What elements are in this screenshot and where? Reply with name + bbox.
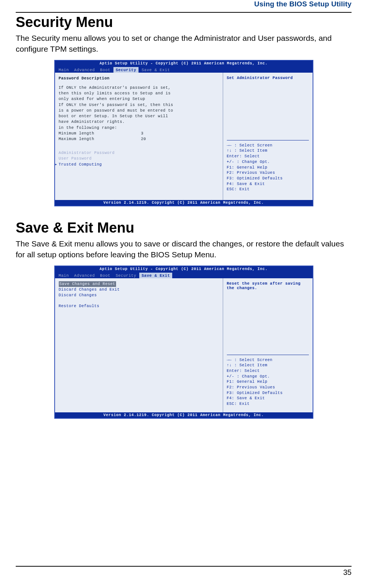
password-description-heading: Password Description [59, 76, 219, 81]
bios-left-pane: Password Description If ONLY the Adminis… [55, 73, 223, 200]
bios-tab-bar: Main Advanced Boot Security Save & Exit [55, 66, 313, 73]
tab-security[interactable]: Security [113, 273, 139, 278]
desc-line: If ONLY the Administrator's password is … [59, 85, 219, 91]
help-change: +/- : Change Opt. [227, 374, 309, 379]
tab-saveexit[interactable]: Save & Exit [139, 67, 172, 73]
user-password-item[interactable]: User Password [59, 156, 219, 161]
discard-changes-item[interactable]: Discard Changes [59, 293, 219, 298]
bios-titlebar: Aptio Setup Utility - Copyright (C) 2011… [55, 61, 313, 66]
help-f1: F1: General Help [227, 379, 309, 385]
help-key-list: →← : Select Screen ↑↓ : Select Item Ente… [227, 143, 309, 192]
help-select-item: ↑↓ : Select Item [227, 148, 309, 154]
help-enter: Enter: Select [227, 368, 309, 374]
save-changes-reset-item[interactable]: Save Changes and Reset [59, 281, 116, 287]
tab-main[interactable]: Main [57, 273, 72, 278]
help-select-screen: →← : Select Screen [227, 143, 309, 148]
tab-boot[interactable]: Boot [98, 67, 113, 73]
footer-rule [16, 566, 352, 567]
desc-line: have Administrator rights. [59, 119, 219, 125]
security-heading: Security Menu [16, 14, 352, 30]
desc-line: only asked for when entering Setup [59, 96, 219, 102]
desc-line: is a power on password and must be enter… [59, 108, 219, 113]
page-header-section: Using the BIOS Setup Utility [16, 0, 352, 8]
help-esc: ESC: Exit [227, 187, 309, 192]
help-f2: F2: Previous Values [227, 170, 309, 176]
help-select-screen: →← : Select Screen [227, 357, 309, 363]
help-f3: F3: Optimized Defaults [227, 176, 309, 181]
desc-line: in the following range: [59, 125, 219, 131]
bios-footer: Version 2.14.1219. Copyright (C) 2011 Am… [55, 412, 313, 418]
help-f2: F2: Previous Values [227, 385, 309, 390]
bios-screenshot-security: Aptio Setup Utility - Copyright (C) 2011… [54, 60, 313, 206]
restore-defaults-item[interactable]: Restore Defaults [59, 303, 219, 309]
help-f1: F1: General Help [227, 165, 309, 170]
help-select-item: ↑↓ : Select Item [227, 363, 309, 368]
security-description: The Security menu allows you to set or c… [16, 33, 352, 55]
help-enter: Enter: Select [227, 154, 309, 159]
tab-main[interactable]: Main [57, 67, 72, 73]
tab-saveexit[interactable]: Save & Exit [139, 273, 172, 278]
bios-tab-bar: Main Advanced Boot Security Save & Exit [55, 272, 313, 278]
help-f3: F3: Optimized Defaults [227, 390, 309, 396]
help-change: +/- : Change Opt. [227, 159, 309, 165]
desc-line: If ONLY the User's password is set, then… [59, 102, 219, 108]
header-rule [16, 12, 352, 13]
max-length-label: Maximum length [59, 136, 141, 142]
help-title: Set Administrator Password [227, 76, 309, 80]
help-esc: ESC: Exit [227, 401, 309, 407]
help-key-list: →← : Select Screen ↑↓ : Select Item Ente… [227, 357, 309, 407]
bios-right-pane: Set Administrator Password →← : Select S… [223, 73, 313, 200]
min-length-label: Minimum length [59, 131, 141, 136]
bios-right-pane: Reset the system after saving the change… [223, 278, 313, 412]
bios-screenshot-saveexit: Aptio Setup Utility - Copyright (C) 2011… [54, 266, 313, 419]
trusted-computing-item[interactable]: Trusted Computing [59, 162, 219, 167]
discard-changes-exit-item[interactable]: Discard Changes and Exit [59, 287, 219, 293]
help-f4: F4: Save & Exit [227, 395, 309, 401]
saveexit-description: The Save & Exit menu allows you to save … [16, 238, 352, 260]
page-number: 35 [16, 568, 352, 577]
help-f4: F4: Save & Exit [227, 181, 309, 187]
admin-password-item[interactable]: Administrator Password [59, 150, 219, 156]
tab-advanced[interactable]: Advanced [72, 67, 97, 73]
bios-titlebar: Aptio Setup Utility - Copyright (C) 2011… [55, 266, 313, 272]
desc-line: boot or enter Setup. In Setup the User w… [59, 113, 219, 119]
min-length-value: 3 [141, 131, 144, 136]
help-title-line2: the changes. [227, 286, 309, 290]
bios-footer: Version 2.14.1219. Copyright (C) 2011 Am… [55, 200, 313, 206]
saveexit-heading: Save & Exit Menu [16, 220, 352, 236]
tab-advanced[interactable]: Advanced [72, 273, 97, 278]
tab-security[interactable]: Security [113, 67, 139, 73]
help-title-line1: Reset the system after saving [227, 281, 309, 286]
desc-line: then this only limits access to Setup an… [59, 91, 219, 96]
tab-boot[interactable]: Boot [98, 273, 113, 278]
bios-left-pane: Save Changes and Reset Discard Changes a… [55, 278, 223, 412]
max-length-value: 20 [141, 136, 146, 142]
